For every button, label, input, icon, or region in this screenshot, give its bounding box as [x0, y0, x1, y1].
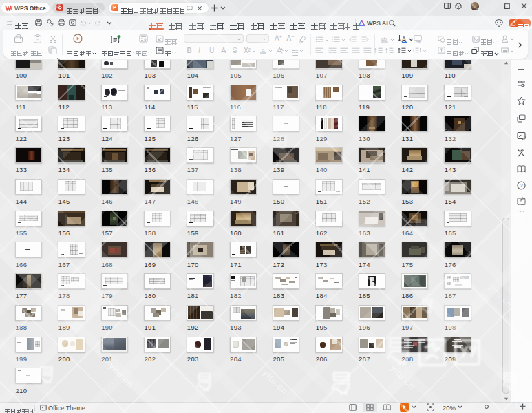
svg-text:ab: ab: [381, 36, 387, 41]
svg-text:?: ?: [520, 182, 523, 189]
